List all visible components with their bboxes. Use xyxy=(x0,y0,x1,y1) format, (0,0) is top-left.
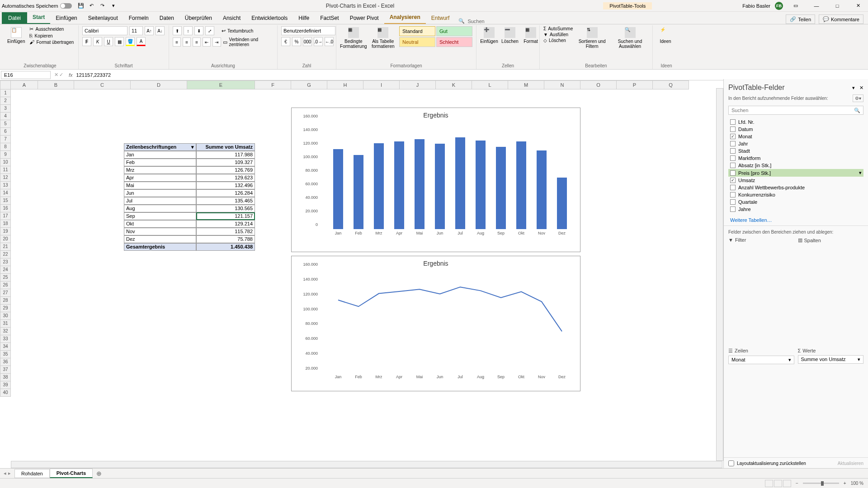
format-as-table-button[interactable]: ▦Als Tabelle formatieren xyxy=(370,26,396,50)
row-header[interactable]: 1 xyxy=(0,89,11,97)
vertical-scrollbar[interactable] xyxy=(716,88,723,461)
user-avatar[interactable]: FB xyxy=(775,2,783,10)
fill-button[interactable]: ▼Ausfüllen xyxy=(543,32,573,37)
undo-icon[interactable]: ↶ xyxy=(88,2,95,9)
row-header[interactable]: 3 xyxy=(0,105,11,113)
row-header[interactable]: 16 xyxy=(0,205,11,212)
field-item[interactable]: Quartale xyxy=(728,198,863,206)
row-header[interactable]: 22 xyxy=(0,251,11,258)
autosave-toggle[interactable]: Automatisches Speichern xyxy=(2,3,72,9)
row-header[interactable]: 10 xyxy=(0,159,11,166)
column-header[interactable]: C xyxy=(74,80,131,89)
row-header[interactable]: 36 xyxy=(0,358,11,366)
tab-seitenlayout[interactable]: Seitenlayout xyxy=(83,12,123,24)
field-item[interactable]: Jahr xyxy=(728,140,863,147)
row-header[interactable]: 40 xyxy=(0,389,11,397)
field-item[interactable]: Konkurrenzrisiko xyxy=(728,191,863,198)
increase-font-icon[interactable]: A↑ xyxy=(145,26,154,35)
font-name-select[interactable]: Calibri xyxy=(82,26,127,35)
zoom-in-icon[interactable]: + xyxy=(844,481,846,486)
bold-button[interactable]: F xyxy=(82,37,91,46)
row-header[interactable]: 17 xyxy=(0,212,11,220)
row-header[interactable]: 5 xyxy=(0,120,11,128)
field-search-input[interactable] xyxy=(729,106,851,114)
style-bad[interactable]: Schlecht xyxy=(436,37,472,47)
bar[interactable] xyxy=(496,147,506,229)
rows-drop-zone[interactable]: ☰Zeilen Monat▾ xyxy=(728,347,794,454)
tab-entwicklertools[interactable]: Entwicklertools xyxy=(246,12,293,24)
column-header[interactable]: O xyxy=(580,80,617,89)
row-header[interactable]: 13 xyxy=(0,182,11,189)
field-item[interactable]: Lfd. Nr. xyxy=(728,118,863,126)
share-button[interactable]: 🔗Teilen xyxy=(786,14,815,24)
column-header[interactable]: J xyxy=(400,80,436,89)
field-item[interactable]: Anzahl Wettbewerbs-produkte xyxy=(728,184,863,191)
ribbon-display-icon[interactable]: ▭ xyxy=(788,1,804,10)
row-header[interactable]: 6 xyxy=(0,128,11,136)
field-checkbox[interactable] xyxy=(730,119,736,125)
align-middle-icon[interactable]: ↕ xyxy=(184,26,193,35)
bar[interactable] xyxy=(415,139,425,229)
page-break-view-icon[interactable] xyxy=(783,480,791,487)
tab-hilfe[interactable]: Hilfe xyxy=(293,12,315,24)
indent-increase-icon[interactable]: ⇥ xyxy=(212,38,221,47)
number-format-select[interactable]: Benutzerdefiniert xyxy=(281,26,335,35)
field-checkbox[interactable]: ✓ xyxy=(730,178,736,183)
row-header[interactable]: 23 xyxy=(0,258,11,266)
field-checkbox[interactable] xyxy=(730,141,736,146)
row-header[interactable]: 34 xyxy=(0,343,11,351)
border-button[interactable]: ▦ xyxy=(115,37,124,46)
merge-button[interactable]: ▭Verbinden und zentrieren xyxy=(223,37,274,47)
bar-chart[interactable]: Ergebnis 020.00040.00060.00080.000100.00… xyxy=(291,108,580,252)
column-header[interactable]: Q xyxy=(653,80,689,89)
fill-color-button[interactable]: 🪣 xyxy=(126,37,135,46)
align-bottom-icon[interactable]: ⬇ xyxy=(194,26,203,35)
accounting-format-icon[interactable]: € xyxy=(281,37,290,46)
add-sheet-button[interactable]: ⊕ xyxy=(93,470,105,477)
chevron-down-icon[interactable]: ▾ xyxy=(858,357,860,362)
maximize-icon[interactable]: □ xyxy=(829,1,845,10)
row-header[interactable]: 33 xyxy=(0,335,11,343)
zoom-slider[interactable] xyxy=(803,483,839,484)
column-header[interactable]: H xyxy=(327,80,363,89)
row-header[interactable]: 29 xyxy=(0,305,11,312)
clear-button[interactable]: ◇Löschen xyxy=(543,38,573,43)
decrease-font-icon[interactable]: A↓ xyxy=(156,26,165,35)
file-tab[interactable]: Datei xyxy=(2,12,27,24)
pivot-row-header[interactable]: Zeilenbeschriftungen▾ xyxy=(124,143,196,151)
field-item[interactable]: ✓Monat xyxy=(728,133,863,140)
field-checkbox[interactable] xyxy=(730,199,736,205)
chevron-down-icon[interactable]: ▾ xyxy=(788,357,791,363)
sort-filter-button[interactable]: ⇅Sortieren und Filtern xyxy=(576,26,609,50)
row-header[interactable]: 38 xyxy=(0,374,11,381)
zoom-out-icon[interactable]: − xyxy=(796,481,798,486)
style-good[interactable]: Gut xyxy=(436,26,472,36)
toggle-switch[interactable] xyxy=(60,3,72,9)
update-button[interactable]: Aktualisieren xyxy=(838,461,863,466)
value-field-item[interactable]: Summe von Umsatz▾ xyxy=(798,355,864,364)
tab-powerpivot[interactable]: Power Pivot xyxy=(344,12,384,24)
row-header[interactable]: 19 xyxy=(0,228,11,235)
style-neutral[interactable]: Neutral xyxy=(399,37,435,47)
row-header[interactable]: 20 xyxy=(0,235,11,243)
column-header[interactable]: I xyxy=(363,80,400,89)
more-tables-link[interactable]: Weitere Tabellen… xyxy=(724,215,868,225)
copy-button[interactable]: ⎘Kopieren xyxy=(29,33,74,38)
bar[interactable] xyxy=(537,150,547,229)
qat-dropdown-icon[interactable]: ▾ xyxy=(110,2,117,9)
bar[interactable] xyxy=(435,144,445,229)
normal-view-icon[interactable] xyxy=(765,480,773,487)
row-header[interactable]: 21 xyxy=(0,243,11,251)
field-checkbox[interactable] xyxy=(730,185,736,190)
sheet-tab-pivot-charts[interactable]: Pivot-Charts xyxy=(50,469,93,478)
field-checkbox[interactable] xyxy=(730,155,736,161)
font-color-button[interactable]: A xyxy=(137,37,146,46)
format-painter-button[interactable]: 🖌Format übertragen xyxy=(29,39,74,45)
field-item[interactable]: Datum xyxy=(728,126,863,133)
insert-cells-button[interactable]: ➕Einfügen xyxy=(480,26,498,45)
find-select-button[interactable]: 🔍Suchen und Auswählen xyxy=(611,26,649,50)
formula-input[interactable]: 121157,223372 xyxy=(75,71,868,79)
align-left-icon[interactable]: ≡ xyxy=(173,38,181,47)
row-header[interactable]: 30 xyxy=(0,312,11,320)
row-header[interactable]: 37 xyxy=(0,366,11,374)
